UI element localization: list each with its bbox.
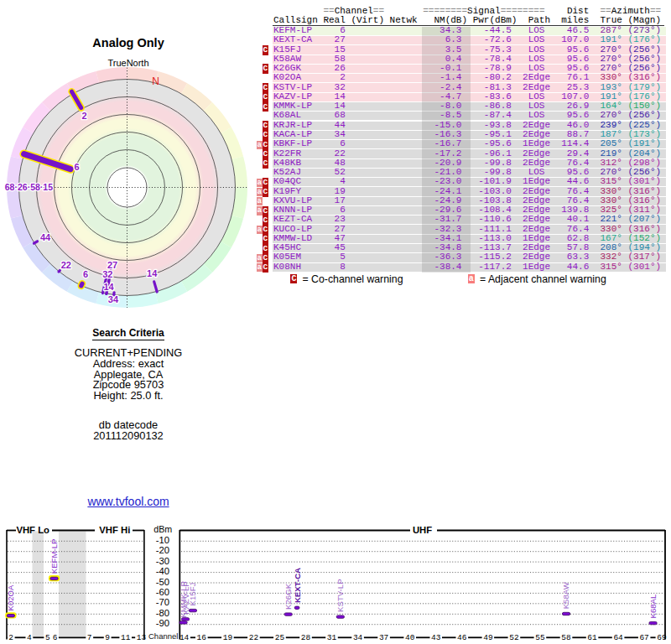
svg-text:-10: -10 xyxy=(156,535,169,545)
svg-text:7: 7 xyxy=(87,633,92,642)
svg-text:68·26·58·15: 68·26·58·15 xyxy=(5,182,53,192)
svg-text:31: 31 xyxy=(327,633,337,642)
svg-text:46: 46 xyxy=(457,633,467,642)
svg-text:11: 11 xyxy=(121,633,131,642)
svg-text:K58AW: K58AW xyxy=(562,581,571,609)
svg-text:-90: -90 xyxy=(156,618,169,628)
svg-text:-70: -70 xyxy=(156,597,169,607)
svg-text:14: 14 xyxy=(179,633,190,642)
svg-text:-20: -20 xyxy=(156,545,169,555)
svg-text:6: 6 xyxy=(83,269,88,279)
svg-text:-30: -30 xyxy=(156,556,169,566)
svg-text:VHF Lo: VHF Lo xyxy=(16,525,49,535)
svg-text:K15FJ: K15FJ xyxy=(188,582,197,605)
svg-text:28: 28 xyxy=(301,633,311,642)
svg-text:69: 69 xyxy=(657,633,667,642)
svg-text:-60: -60 xyxy=(156,587,169,597)
svg-text:6: 6 xyxy=(74,162,79,172)
svg-text:58: 58 xyxy=(561,633,571,642)
svg-text:67: 67 xyxy=(639,633,648,642)
svg-text:K02OA: K02OA xyxy=(6,584,15,611)
svg-text:6: 6 xyxy=(53,633,58,642)
svg-text:5: 5 xyxy=(45,633,50,642)
svg-text:32: 32 xyxy=(102,269,112,279)
svg-text:22: 22 xyxy=(249,633,259,642)
svg-text:55: 55 xyxy=(535,633,545,642)
svg-text:-40: -40 xyxy=(156,566,169,576)
svg-text:25: 25 xyxy=(275,633,285,642)
svg-text:KEXT-CA: KEXT-CA xyxy=(293,568,302,603)
svg-text:64: 64 xyxy=(613,633,623,642)
svg-text:-50: -50 xyxy=(156,577,169,587)
svg-text:UHF: UHF xyxy=(413,525,432,535)
svg-text:44: 44 xyxy=(40,232,51,242)
svg-text:27: 27 xyxy=(107,260,117,270)
svg-text:4: 4 xyxy=(27,633,32,642)
svg-text:KEFM-LP: KEFM-LP xyxy=(49,539,59,574)
svg-text:N: N xyxy=(152,75,159,87)
svg-text:37: 37 xyxy=(379,633,388,642)
svg-text:13: 13 xyxy=(137,633,147,642)
svg-text:22: 22 xyxy=(61,260,71,270)
svg-text:61: 61 xyxy=(587,633,597,642)
svg-text:19: 19 xyxy=(223,633,233,642)
svg-text:Channel: Channel xyxy=(148,631,178,641)
svg-text:14: 14 xyxy=(147,268,158,278)
svg-text:9: 9 xyxy=(105,633,110,642)
svg-text:40: 40 xyxy=(405,633,415,642)
svg-text:14: 14 xyxy=(103,282,114,292)
svg-text:49: 49 xyxy=(483,633,493,642)
svg-text:34: 34 xyxy=(353,633,363,642)
svg-text:dBm: dBm xyxy=(153,524,172,534)
svg-text:2: 2 xyxy=(8,633,13,642)
svg-text:16: 16 xyxy=(197,633,207,642)
svg-text:52: 52 xyxy=(509,633,519,642)
svg-text:K68AL: K68AL xyxy=(648,594,658,618)
svg-text:VHF Hi: VHF Hi xyxy=(99,525,130,535)
svg-text:2: 2 xyxy=(81,111,86,121)
svg-text:KSTV-LP: KSTV-LP xyxy=(336,579,345,611)
svg-text:43: 43 xyxy=(431,633,441,642)
svg-text:-80: -80 xyxy=(156,608,169,618)
svg-text:34: 34 xyxy=(108,294,119,304)
